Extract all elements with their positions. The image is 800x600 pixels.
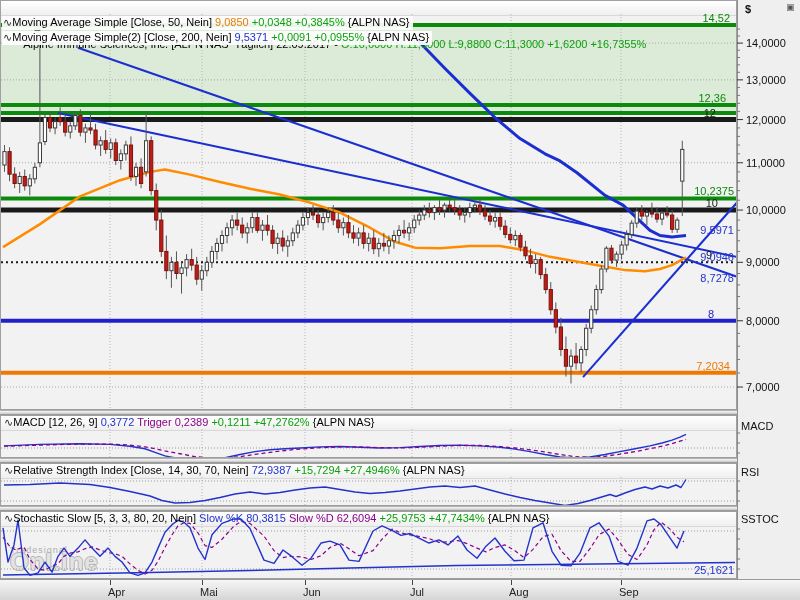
month-tick: [412, 580, 413, 585]
ma200-legend-seg-4: {ALPN NAS}: [367, 31, 429, 43]
trendline-label-9,5971[interactable]: 9,5971: [0, 224, 734, 236]
month-label-mai: Mai: [200, 586, 218, 598]
sstoc-axis-label: SSTOC: [741, 513, 779, 525]
price-axis-label: 12,0000: [746, 114, 786, 126]
month-label-apr: Apr: [108, 586, 125, 598]
price-axis-label: 14,0000: [746, 37, 786, 49]
rsi-legend-seg-3: +15,7294 +27,4946%: [295, 464, 403, 476]
price-axis-label: 13,0000: [746, 74, 786, 86]
window-corner-icon[interactable]: ▣: [786, 2, 797, 12]
price-axis-label: 10,0000: [746, 204, 786, 216]
macd-legend-seg-2: 0,3772: [101, 416, 138, 428]
macd-legend-seg-1: MACD [12, 26, 9]: [13, 416, 100, 428]
macd-axis-label: MACD: [741, 420, 773, 432]
macd-legend-seg-4: +0,1211 +47,2762%: [211, 416, 312, 428]
hline-label-10[interactable]: 10: [0, 197, 718, 209]
hline-label-12,36[interactable]: 12,36: [0, 92, 726, 104]
price-axis-label: 9,0000: [746, 256, 780, 268]
rsi-legend-seg-1: Relative Strength Index [Close, 14, 30, …: [13, 464, 251, 476]
hline-label-8[interactable]: 8: [0, 308, 714, 320]
month-tick: [511, 580, 512, 585]
month-tick: [621, 580, 622, 585]
chart-window: 14,000013,000012,000011,000010,00009,000…: [0, 0, 800, 600]
sstoc-legend-seg-1: Stochastic Slow [5, 3, 3, 80, 20, Nein]: [13, 512, 199, 524]
price-axis-label: 7,0000: [746, 381, 780, 393]
axis-currency-label: $: [745, 3, 751, 15]
hline-label-10,2375[interactable]: 10,2375: [0, 185, 734, 197]
month-label-aug: Aug: [509, 586, 529, 598]
macd-legend-seg-3: Trigger 0,2389: [137, 416, 211, 428]
sstoc-legend-seg-5: {ALPN NAS}: [488, 512, 550, 524]
stochastic-legend[interactable]: ∿Stochastic Slow [5, 3, 3, 80, 20, Nein]…: [4, 512, 550, 525]
month-label-sep: Sep: [619, 586, 639, 598]
month-tick: [202, 580, 203, 585]
month-tick: [305, 580, 306, 585]
sstoc-legend-seg-3: Slow %D 62,6094: [289, 512, 380, 524]
chart-canvas[interactable]: [0, 0, 800, 600]
ma200-legend-seg-2: 9,5371: [235, 31, 272, 43]
price-axis-label: 8,0000: [746, 315, 780, 327]
trendline-label-8,7278[interactable]: 8,7278: [0, 272, 734, 284]
macd-legend-seg-5: {ALPN NAS}: [313, 416, 375, 428]
sstoc-legend-seg-0: ∿: [4, 512, 13, 524]
rsi-legend-seg-2: 72,9387: [252, 464, 295, 476]
rsi-legend-seg-0: ∿: [4, 464, 13, 476]
hline-label-14,52[interactable]: 14,52: [0, 12, 730, 24]
month-label-jul: Jul: [410, 586, 424, 598]
macd-legend[interactable]: ∿MACD [12, 26, 9] 0,3772 Trigger 0,2389 …: [4, 416, 374, 429]
ma200-legend-seg-3: +0,0091 +0,0955%: [271, 31, 367, 43]
rsi-legend[interactable]: ∿Relative Strength Index [Close, 14, 30,…: [4, 464, 465, 477]
rsi-legend-seg-4: {ALPN NAS}: [403, 464, 465, 476]
hline-label-12[interactable]: 12: [0, 107, 716, 119]
hline-label-7,2034[interactable]: 7,2034: [0, 360, 730, 372]
sstoc-level-label[interactable]: 25,1621: [0, 564, 734, 576]
trendline-label-9,0946[interactable]: 9,0946: [0, 251, 734, 263]
rsi-axis-label: RSI: [741, 466, 759, 478]
ma200-legend-seg-0: ∿: [3, 31, 12, 43]
ma200-legend[interactable]: ∿Moving Average Simple(2) [Close, 200, N…: [2, 31, 432, 45]
macd-legend-seg-0: ∿: [4, 416, 13, 428]
ma200-legend-seg-1: Moving Average Simple(2) [Close, 200, Ne…: [12, 31, 234, 43]
sstoc-legend-seg-2: Slow %K 80,3815: [199, 512, 289, 524]
month-tick: [110, 580, 111, 585]
month-label-jun: Jun: [303, 586, 321, 598]
price-axis-label: 11,0000: [746, 157, 785, 169]
sstoc-legend-seg-4: +25,9753 +47,7434%: [380, 512, 488, 524]
